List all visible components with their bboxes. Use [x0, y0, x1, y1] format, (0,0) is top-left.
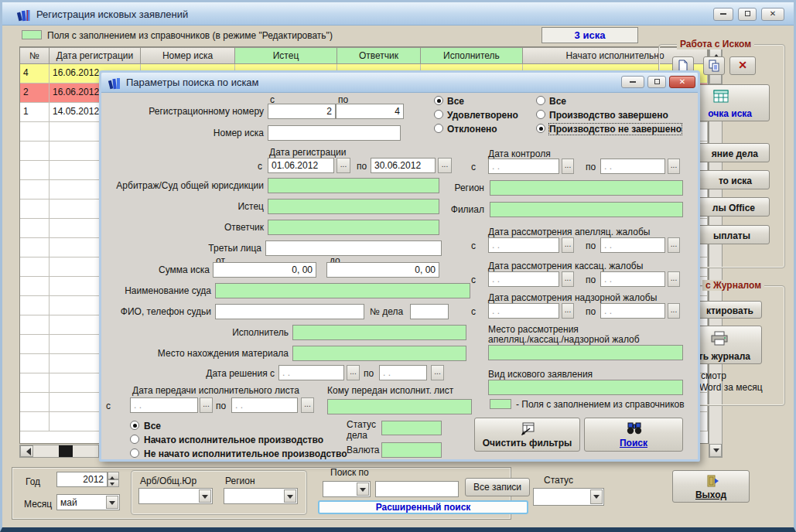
material-location-input[interactable] — [292, 346, 466, 361]
radio-prod-all[interactable] — [536, 96, 545, 105]
radio-result-satisfied-label[interactable]: Удовлетворено — [447, 110, 518, 121]
decision-from-input[interactable]: . . — [278, 365, 344, 380]
decision-from-picker[interactable]: ... — [347, 365, 360, 380]
transfer-from-input[interactable]: . . — [130, 397, 198, 413]
search-button[interactable]: Поиск — [584, 418, 683, 452]
supervision-to-picker[interactable]: ... — [668, 303, 680, 319]
transfer-to-input[interactable]: . . — [231, 397, 298, 413]
radio-exec-all[interactable] — [130, 421, 139, 430]
search-input[interactable] — [375, 481, 459, 497]
cassation-from-picker[interactable]: ... — [562, 271, 574, 287]
column-header[interactable]: № — [20, 47, 50, 64]
column-header[interactable]: Истец — [235, 47, 337, 64]
cassation-to-picker[interactable]: ... — [668, 271, 680, 287]
appeal-to-input[interactable]: . . — [600, 237, 665, 253]
defendant-input[interactable] — [268, 220, 439, 235]
amount-to-input[interactable]: 0, 00 — [326, 262, 439, 278]
decision-to-input[interactable]: . . — [379, 365, 427, 380]
cassation-to-input[interactable]: . . — [600, 271, 665, 287]
radio-result-rejected-label[interactable]: Отклонено — [447, 124, 497, 135]
radio-result-rejected[interactable] — [434, 124, 443, 133]
supervision-from-input[interactable]: . . — [488, 303, 559, 319]
month-combo[interactable]: май — [56, 494, 120, 510]
radio-result-all[interactable] — [434, 96, 443, 105]
radio-exec-started-label[interactable]: Начато исполнительное производство — [144, 435, 323, 445]
region-combo-arrow[interactable] — [284, 489, 296, 503]
appeal-from-input[interactable]: . . — [488, 237, 559, 253]
year-spinner[interactable] — [108, 472, 119, 487]
dialog-close-button[interactable]: ✕ — [669, 76, 695, 88]
table-hscrollbar[interactable] — [19, 445, 99, 458]
radio-prod-finished[interactable] — [536, 110, 545, 119]
appeal-from-picker[interactable]: ... — [562, 237, 574, 253]
third-parties-input[interactable] — [265, 240, 442, 256]
reg-date-from-picker[interactable]: ... — [337, 158, 350, 173]
searchby-combo[interactable] — [323, 481, 371, 497]
supervision-to-input[interactable]: . . — [600, 303, 665, 319]
branch-input[interactable] — [490, 202, 683, 217]
region-input[interactable] — [490, 180, 683, 196]
appeal-to-picker[interactable]: ... — [668, 237, 680, 253]
radio-exec-started[interactable] — [130, 435, 139, 444]
scroll-left-button[interactable] — [20, 445, 33, 457]
radio-exec-all-label[interactable]: Все — [144, 421, 161, 431]
executor-input[interactable] — [292, 325, 466, 340]
radio-prod-not-finished-label[interactable]: Производство не завершено — [549, 124, 682, 135]
review-place-input[interactable] — [488, 345, 683, 360]
amount-from-input[interactable]: 0, 00 — [213, 262, 316, 278]
status-combo[interactable] — [533, 488, 604, 506]
month-combo-arrow[interactable] — [106, 496, 118, 509]
table-cell[interactable]: 1 — [20, 103, 50, 122]
reg-date-to-picker[interactable]: ... — [438, 158, 452, 173]
column-header[interactable]: Исполнитель — [421, 47, 523, 64]
arb-combo[interactable] — [138, 488, 213, 504]
scroll-down-button[interactable] — [709, 444, 722, 457]
claim-type-input[interactable] — [488, 380, 683, 395]
table-cell[interactable]: 2 — [20, 84, 50, 103]
court-input[interactable] — [268, 178, 439, 193]
radio-prod-finished-label[interactable]: Производство завершено — [549, 110, 668, 121]
control-from-input[interactable]: . . — [488, 159, 559, 174]
decision-to-picker[interactable]: ... — [431, 365, 444, 380]
clear-filters-button[interactable]: Очистить фильтры — [474, 418, 580, 452]
plaintiff-input[interactable] — [268, 199, 439, 214]
searchby-combo-arrow[interactable] — [357, 483, 369, 496]
copy-claim-button[interactable] — [703, 56, 725, 75]
dialog-minimize-button[interactable] — [621, 76, 644, 88]
writ-receiver-input[interactable] — [327, 399, 472, 414]
control-to-input[interactable]: . . — [600, 159, 665, 174]
hscroll-thumb[interactable] — [59, 445, 73, 457]
column-header[interactable]: Дата регистрации — [50, 47, 141, 64]
supervision-from-picker[interactable]: ... — [562, 303, 574, 319]
case-status-input[interactable] — [381, 421, 442, 435]
transfer-to-picker[interactable]: ... — [301, 397, 314, 413]
column-header[interactable]: Номер иска — [141, 47, 235, 64]
radio-result-all-label[interactable]: Все — [447, 96, 464, 107]
dialog-maximize-button[interactable] — [647, 76, 666, 88]
year-input[interactable]: 2012 — [56, 472, 108, 487]
table-cell[interactable]: 4 — [20, 64, 50, 84]
judge-input[interactable] — [215, 304, 364, 319]
reg-date-to-input[interactable]: 30.06.2012 — [371, 158, 436, 173]
status-combo-arrow[interactable] — [590, 489, 603, 504]
case-number-input[interactable] — [410, 304, 449, 319]
reg-number-from-input[interactable]: 2 — [268, 104, 336, 119]
all-records-button[interactable]: Все записи — [465, 478, 530, 496]
arb-combo-arrow[interactable] — [199, 489, 211, 503]
currency-input[interactable] — [381, 442, 442, 458]
close-button[interactable]: ✕ — [761, 8, 784, 21]
maximize-button[interactable] — [738, 8, 757, 21]
delete-claim-button[interactable]: ✕ — [729, 56, 756, 75]
spin-up-button[interactable] — [108, 472, 119, 479]
reg-date-from-input[interactable]: 01.06.2012 — [268, 158, 334, 173]
reg-number-to-input[interactable]: 4 — [336, 104, 404, 119]
cassation-from-input[interactable]: . . — [488, 271, 559, 287]
radio-prod-all-label[interactable]: Все — [549, 96, 566, 107]
minimize-button[interactable] — [713, 8, 733, 21]
column-header[interactable]: Ответчик — [337, 47, 421, 64]
spin-down-button[interactable] — [108, 479, 119, 487]
radio-prod-not-finished[interactable] — [536, 124, 545, 133]
claim-number-input[interactable] — [268, 125, 401, 141]
radio-result-satisfied[interactable] — [434, 110, 443, 119]
transfer-from-picker[interactable]: ... — [200, 397, 213, 413]
